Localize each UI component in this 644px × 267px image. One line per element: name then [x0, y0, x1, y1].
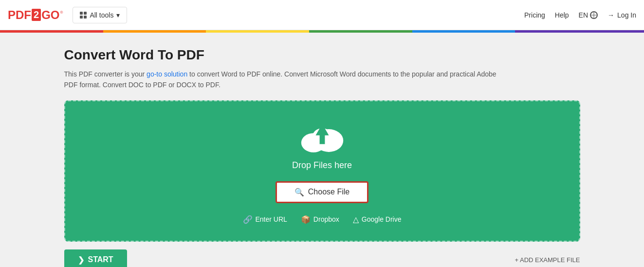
- drop-text: Drop Files here: [292, 160, 352, 171]
- login-arrow-icon: →: [607, 11, 614, 19]
- start-label: START: [88, 255, 113, 264]
- globe-icon: [590, 11, 598, 19]
- page-title: Convert Word To PDF: [64, 47, 580, 63]
- dropbox-button[interactable]: 📦 Dropbox: [301, 215, 339, 224]
- grid-icon: [80, 12, 87, 19]
- page-description: This PDF converter is your go-to solutio…: [64, 69, 502, 91]
- choose-file-button[interactable]: 🔍 Choose File: [276, 181, 368, 203]
- search-icon: 🔍: [294, 188, 304, 197]
- dropzone[interactable]: Drop Files here 🔍 Choose File 🔗 Enter UR…: [64, 100, 580, 242]
- cloud-upload-icon: [300, 118, 344, 154]
- dropbox-label: Dropbox: [313, 215, 339, 223]
- enter-url-label: Enter URL: [256, 215, 287, 223]
- link-icon: 🔗: [243, 215, 253, 224]
- add-example-label: + ADD EXAMPLE FILE: [515, 256, 580, 264]
- extra-options: 🔗 Enter URL 📦 Dropbox △ Google Drive: [243, 215, 402, 224]
- choose-file-label: Choose File: [308, 188, 350, 196]
- google-drive-icon: △: [353, 215, 359, 224]
- logo-pdf: PDF: [8, 8, 31, 22]
- enter-url-button[interactable]: 🔗 Enter URL: [243, 215, 287, 224]
- logo: PDF 2 GO ®: [8, 8, 63, 22]
- add-example-button[interactable]: + ADD EXAMPLE FILE: [515, 256, 580, 264]
- login-label: Log In: [617, 11, 636, 19]
- help-link[interactable]: Help: [555, 11, 569, 19]
- main-content: Convert Word To PDF This PDF converter i…: [55, 33, 590, 267]
- logo-2: 2: [32, 9, 41, 21]
- header-nav: Pricing Help EN → Log In: [524, 11, 636, 19]
- all-tools-button[interactable]: All tools ▾: [73, 7, 127, 23]
- highlight-text: go-to solution: [147, 70, 187, 78]
- google-drive-button[interactable]: △ Google Drive: [353, 215, 402, 224]
- logo-badge: ®: [60, 10, 63, 15]
- header: PDF 2 GO ® All tools ▾ Pricing Help EN →…: [0, 0, 644, 30]
- pricing-link[interactable]: Pricing: [524, 11, 545, 19]
- language-selector[interactable]: EN: [579, 11, 598, 19]
- dropbox-icon: 📦: [301, 215, 311, 224]
- bottom-bar: ❯ START + ADD EXAMPLE FILE: [64, 249, 580, 267]
- all-tools-label: All tools: [90, 11, 113, 19]
- start-button[interactable]: ❯ START: [64, 249, 127, 267]
- logo-go: GO: [41, 8, 59, 22]
- chevron-down-icon: ▾: [116, 11, 120, 19]
- lang-label: EN: [579, 11, 588, 19]
- start-chevron-icon: ❯: [78, 255, 84, 265]
- google-drive-label: Google Drive: [362, 215, 402, 223]
- login-button[interactable]: → Log In: [607, 11, 636, 19]
